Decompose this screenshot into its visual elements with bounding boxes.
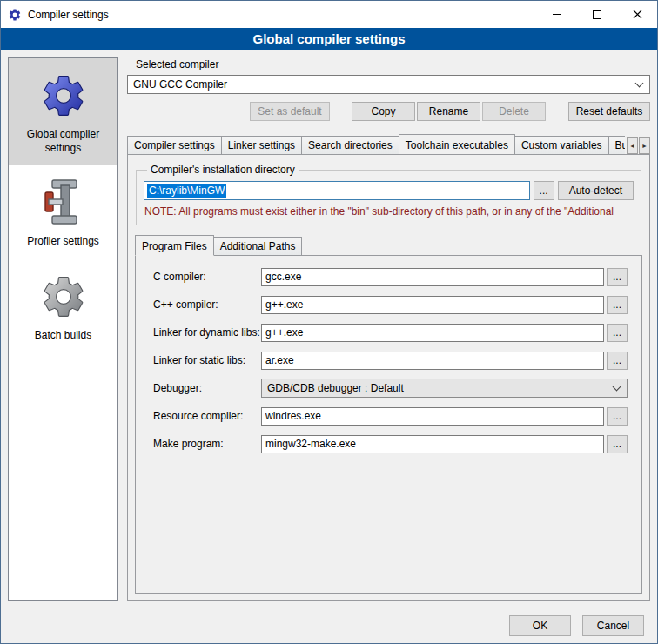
static-linker-browse-button[interactable]: ... <box>607 352 628 370</box>
field-label: C compiler: <box>153 271 261 283</box>
form-row-c-compiler: C compiler: gcc.exe ... <box>153 267 628 286</box>
tab-search-directories[interactable]: Search directories <box>301 136 400 154</box>
c-compiler-browse-button[interactable]: ... <box>607 268 628 286</box>
minimize-icon <box>553 14 561 15</box>
installation-note: NOTE: All programs must exist either in … <box>144 205 633 218</box>
settings-category-list: Global compiler settings Profiler settin… <box>8 57 118 601</box>
close-button[interactable] <box>617 1 657 28</box>
debugger-dropdown[interactable]: GDB/CDB debugger : Default <box>261 379 628 398</box>
installation-directory-value: C:\raylib\MinGW <box>147 184 226 198</box>
selected-compiler-value: GNU GCC Compiler <box>133 78 227 91</box>
installation-directory-browse-button[interactable]: ... <box>534 181 554 200</box>
c-compiler-input[interactable]: gcc.exe <box>261 268 604 286</box>
profiler-clamp-icon <box>42 178 85 227</box>
form-row-debugger: Debugger: GDB/CDB debugger : Default <box>153 379 628 398</box>
blue-gear-icon <box>39 71 88 120</box>
cpp-compiler-browse-button[interactable]: ... <box>607 296 628 314</box>
form-row-cpp-compiler: C++ compiler: g++.exe ... <box>153 295 628 314</box>
delete-button[interactable]: Delete <box>482 102 546 121</box>
field-label: Debugger: <box>153 382 261 394</box>
tab-custom-variables[interactable]: Custom variables <box>514 136 609 154</box>
make-program-browse-button[interactable]: ... <box>607 435 628 453</box>
maximize-button[interactable] <box>577 1 617 28</box>
dynamic-linker-input[interactable]: g++.exe <box>261 324 604 342</box>
compiler-settings-window: Compiler settings Global compiler settin… <box>0 0 658 644</box>
tab-toolchain-executables[interactable]: Toolchain executables <box>399 134 515 154</box>
resource-compiler-input[interactable]: windres.exe <box>261 407 604 426</box>
dialog-footer: OK Cancel <box>1 608 657 643</box>
program-files-panel: C compiler: gcc.exe ... C++ compiler: g+… <box>135 255 642 594</box>
tab-scroll-right-button[interactable]: ► <box>639 137 650 154</box>
maximize-icon <box>593 10 601 19</box>
titlebar: Compiler settings <box>1 1 657 28</box>
program-files-tabbar: Program Files Additional Paths <box>135 234 642 255</box>
copy-button[interactable]: Copy <box>352 102 415 121</box>
sidebar-item-label: Global compiler settings <box>12 128 114 155</box>
reset-defaults-button[interactable]: Reset defaults <box>568 102 650 121</box>
debugger-value: GDB/CDB debugger : Default <box>267 382 404 394</box>
window-title: Compiler settings <box>28 9 109 21</box>
auto-detect-button[interactable]: Auto-detect <box>558 181 634 200</box>
field-label: Make program: <box>153 438 261 450</box>
static-linker-input[interactable]: ar.exe <box>261 352 604 370</box>
field-label: C++ compiler: <box>153 299 261 311</box>
tab-scroll-left-button[interactable]: ◄ <box>627 137 638 154</box>
close-icon <box>633 10 642 19</box>
sidebar-item-label: Batch builds <box>35 329 91 343</box>
installation-directory-group: Compiler's installation directory C:\ray… <box>136 164 641 225</box>
gray-gear-icon <box>39 272 88 321</box>
installation-directory-input[interactable]: C:\raylib\MinGW <box>144 181 530 200</box>
field-label: Linker for static libs: <box>153 354 261 366</box>
form-row-make-program: Make program: mingw32-make.exe ... <box>153 434 628 453</box>
field-label: Linker for dynamic libs: <box>153 326 261 339</box>
app-gear-icon <box>8 8 22 22</box>
tab-build-options[interactable]: Build <box>608 136 625 154</box>
set-as-default-button[interactable]: Set as default <box>250 102 330 121</box>
tab-compiler-settings[interactable]: Compiler settings <box>127 136 222 154</box>
selected-compiler-label: Selected compiler <box>136 58 650 70</box>
chevron-down-icon <box>613 382 621 391</box>
rename-button[interactable]: Rename <box>417 102 480 121</box>
sidebar-item-label: Profiler settings <box>27 235 99 249</box>
ok-button[interactable]: OK <box>509 615 571 636</box>
chevron-down-icon <box>635 78 644 87</box>
sidebar-item-batch-builds[interactable]: Batch builds <box>9 259 118 353</box>
settings-tabbar: Compiler settings Linker settings Search… <box>127 133 650 154</box>
sidebar-item-global-compiler-settings[interactable]: Global compiler settings <box>9 58 118 165</box>
resource-compiler-browse-button[interactable]: ... <box>607 407 628 426</box>
tab-program-files[interactable]: Program Files <box>135 235 214 256</box>
selected-compiler-dropdown[interactable]: GNU GCC Compiler <box>127 75 650 94</box>
dynamic-linker-browse-button[interactable]: ... <box>607 324 628 342</box>
minimize-button[interactable] <box>537 1 577 28</box>
tab-additional-paths[interactable]: Additional Paths <box>213 237 303 255</box>
sidebar-item-profiler-settings[interactable]: Profiler settings <box>9 165 118 259</box>
installation-directory-label: Compiler's installation directory <box>147 164 299 176</box>
cpp-compiler-input[interactable]: g++.exe <box>261 296 604 314</box>
form-row-resource-compiler: Resource compiler: windres.exe ... <box>153 406 628 426</box>
form-row-static-linker: Linker for static libs: ar.exe ... <box>153 351 628 370</box>
form-row-dynamic-linker: Linker for dynamic libs: g++.exe ... <box>153 323 628 342</box>
make-program-input[interactable]: mingw32-make.exe <box>261 435 604 453</box>
tab-linker-settings[interactable]: Linker settings <box>221 136 302 154</box>
field-label: Resource compiler: <box>153 410 261 422</box>
toolchain-executables-panel: Compiler's installation directory C:\ray… <box>127 154 650 601</box>
page-title: Global compiler settings <box>1 28 657 50</box>
cancel-button[interactable]: Cancel <box>582 615 644 636</box>
